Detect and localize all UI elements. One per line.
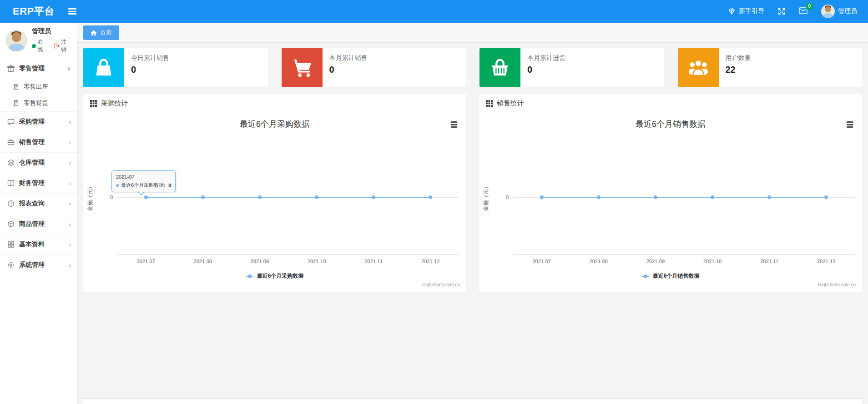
tab-home[interactable]: 首页 xyxy=(83,25,119,40)
cube-icon xyxy=(6,220,15,228)
expand-arrows-icon xyxy=(778,8,785,15)
brand-logo[interactable]: ERP平台 xyxy=(0,5,65,18)
online-status-label: 在线 xyxy=(38,38,49,54)
panel-title: 销售统计 xyxy=(497,99,524,108)
logout-link[interactable]: 注销 xyxy=(54,38,72,54)
chevron-down-icon: ∨ xyxy=(66,65,71,72)
sales-chart: 最近6个月销售数据 金额（元） 0 xyxy=(479,112,862,293)
cart-icon xyxy=(282,48,323,87)
x-axis-label: 2021-10 xyxy=(703,259,722,264)
sidebar-item-purchase[interactable]: 采购管理 ‹ xyxy=(0,112,77,132)
chevron-left-icon: ‹ xyxy=(69,139,71,146)
open-book-icon xyxy=(6,180,15,187)
x-axis-label: 2021-11 xyxy=(364,259,383,264)
chevron-left-icon: ‹ xyxy=(69,119,71,125)
sidebar-item-retail-outbound[interactable]: 零售出库 xyxy=(0,79,77,95)
guide-label: 新手引导 xyxy=(739,7,764,15)
sidebar-item-sales[interactable]: 销售管理 ‹ xyxy=(0,132,77,153)
data-point[interactable] xyxy=(824,195,828,199)
legend-item[interactable]: 最近6个月采购数据 xyxy=(83,272,466,280)
chart-title: 最近6个月采购数据 xyxy=(83,119,466,130)
purchase-stats-panel: 采购统计 最近6个月采购数据 金额（元） 0 xyxy=(83,94,466,293)
sidebar-item-retail[interactable]: 零售管理 ∨ xyxy=(0,58,77,79)
data-point[interactable] xyxy=(372,195,375,199)
y-axis-tick: 0 xyxy=(506,195,509,200)
chevron-left-icon: ‹ xyxy=(69,241,71,248)
tab-bar: 首页 xyxy=(77,23,868,43)
online-status-dot xyxy=(32,44,36,48)
x-axis-label: 2021-08 xyxy=(590,259,608,264)
chart-tooltip: 2021-07 最近6个月采购数据: 0 xyxy=(111,170,176,192)
page-footer xyxy=(83,398,862,404)
stat-card-today-sales: 今日累计销售 0 xyxy=(83,48,268,87)
th-grid-icon xyxy=(90,100,97,107)
x-axis-label: 2021-09 xyxy=(251,259,269,264)
user-menu[interactable]: 管理员 xyxy=(821,5,857,18)
navbar-right: 新手引导 0 管理员 xyxy=(728,5,868,18)
stat-card-user-count: 用户数量 22 xyxy=(678,48,863,87)
gift-icon xyxy=(6,65,15,72)
sidebar-item-finance[interactable]: 财务管理 ‹ xyxy=(0,173,77,194)
sidebar-item-warehouse[interactable]: 仓库管理 ‹ xyxy=(0,153,77,173)
x-axis-label: 2021-07 xyxy=(532,259,550,264)
data-point[interactable] xyxy=(597,195,601,199)
data-point[interactable] xyxy=(315,195,318,199)
stat-value: 0 xyxy=(527,65,565,75)
plot-area: 金额（元） 0 2021-07 2021-08 xyxy=(513,140,855,255)
sidebar-toggle-icon[interactable] xyxy=(65,5,80,18)
purchase-chart: 最近6个月采购数据 金额（元） 0 xyxy=(83,112,466,293)
highcharts-watermark: Highcharts.com.cn xyxy=(818,282,856,287)
plot-area: 金额（元） 0 2021-07 2021-08 xyxy=(117,140,459,255)
chevron-left-icon: ‹ xyxy=(69,262,71,269)
data-point[interactable] xyxy=(654,195,657,199)
x-axis-label: 2021-09 xyxy=(646,259,665,264)
x-axis-label: 2021-10 xyxy=(308,259,326,264)
sidebar-item-basic-data[interactable]: 基本资料 ‹ xyxy=(0,234,77,255)
navbar-user-name: 管理员 xyxy=(838,7,857,15)
briefcase-icon xyxy=(6,139,15,146)
sidebar-item-reports[interactable]: 报表查询 ‹ xyxy=(0,194,77,214)
sidebar-user-panel: 管理员 在线 注销 xyxy=(0,23,77,58)
stat-cards-row: 今日累计销售 0 本月累计销售 0 xyxy=(83,48,862,87)
panel-title: 采购统计 xyxy=(101,99,128,108)
journal-icon xyxy=(12,84,20,90)
guide-link[interactable]: 新手引导 xyxy=(728,7,764,15)
journal-icon xyxy=(12,100,20,106)
chevron-left-icon: ‹ xyxy=(69,200,71,207)
stat-value: 0 xyxy=(329,65,368,75)
stat-value: 22 xyxy=(726,65,751,75)
chevron-left-icon: ‹ xyxy=(69,221,71,228)
fullscreen-button[interactable] xyxy=(778,8,785,15)
chart-panels-row: 采购统计 最近6个月采购数据 金额（元） 0 xyxy=(83,94,862,293)
highcharts-watermark: Highcharts.com.cn xyxy=(422,282,460,287)
x-axis-label: 2021-12 xyxy=(817,259,835,264)
messages-count-badge: 0 xyxy=(806,3,812,10)
sidebar-item-system[interactable]: 系统管理 ‹ xyxy=(0,255,77,275)
avatar xyxy=(5,30,27,51)
sidebar-item-retail-return[interactable]: 零售退货 xyxy=(0,95,77,111)
messages-button[interactable]: 0 xyxy=(799,7,807,15)
chart-context-menu-icon[interactable] xyxy=(846,120,854,129)
chart-context-menu-icon[interactable] xyxy=(450,120,458,129)
gem-icon xyxy=(728,8,736,15)
y-axis-title: 金额（元） xyxy=(86,140,95,255)
stat-label: 本月累计销售 xyxy=(329,54,368,62)
sidebar-item-products[interactable]: 商品管理 ‹ xyxy=(0,214,77,234)
legend-item[interactable]: 最近6个月销售数据 xyxy=(479,272,862,280)
series-line xyxy=(146,197,431,198)
x-axis-label: 2021-07 xyxy=(136,259,155,264)
series-line xyxy=(542,197,827,198)
data-point[interactable] xyxy=(540,195,544,199)
legend-marker-icon xyxy=(642,274,649,278)
data-point[interactable] xyxy=(258,195,262,199)
data-point[interactable] xyxy=(711,195,714,199)
data-point[interactable] xyxy=(767,195,771,199)
data-point[interactable] xyxy=(429,195,432,199)
chart-title: 最近6个月销售数据 xyxy=(479,119,862,130)
sidebar-item-label: 零售管理 xyxy=(19,65,66,73)
tooltip-date: 2021-07 xyxy=(116,174,171,180)
sidebar-menu: 零售管理 ∨ 零售出库 零售退货 xyxy=(0,58,77,275)
data-point[interactable] xyxy=(201,195,205,199)
sidebar-submenu-retail: 零售出库 零售退货 xyxy=(0,79,77,112)
stat-value: 0 xyxy=(131,65,169,75)
